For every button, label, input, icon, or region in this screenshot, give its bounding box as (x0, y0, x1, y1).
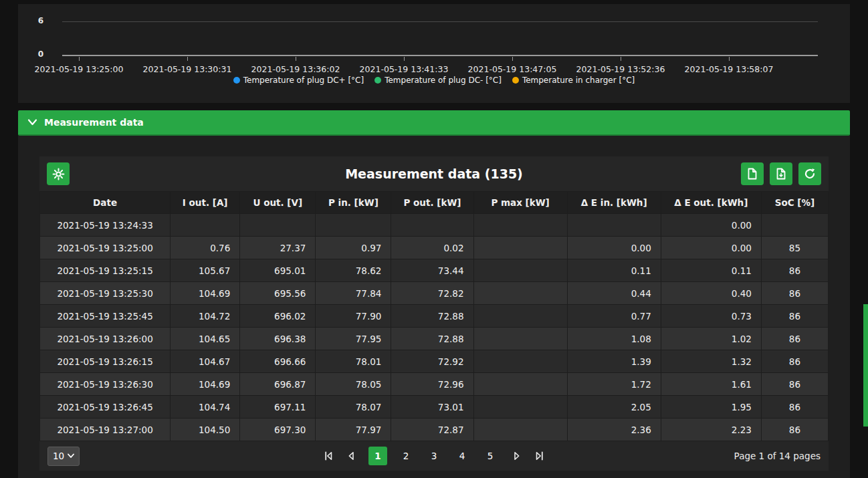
panel-footer: 10 (39, 441, 829, 471)
previous-icon (346, 451, 356, 461)
table-cell: 86 (761, 373, 828, 396)
table-cell: 77.95 (316, 328, 391, 350)
legend-label: Temperature of plug DC- [°C] (385, 76, 502, 85)
table-row[interactable]: 2021-05-19 13:26:15104.67696.6678.0172.9… (40, 350, 829, 373)
next-page-button[interactable] (508, 447, 526, 465)
legend-dot (374, 77, 381, 84)
gear-icon (52, 168, 65, 181)
table-cell (761, 214, 828, 237)
table-cell: 2021-05-19 13:26:30 (40, 373, 171, 396)
table-cell: 696.02 (240, 305, 316, 328)
table-cell: 78.05 (316, 373, 391, 396)
table-cell (473, 419, 567, 441)
table-cell: 0.76 (171, 237, 240, 259)
table-cell: 72.88 (391, 328, 473, 350)
page-button-1[interactable]: 1 (368, 447, 387, 465)
table-cell (473, 237, 567, 259)
table-row[interactable]: 2021-05-19 13:25:30104.69695.5677.8472.8… (40, 282, 829, 305)
table-cell (473, 373, 567, 396)
table-cell: 104.72 (171, 305, 240, 328)
legend-item[interactable]: Temperature of plug DC- [°C] (374, 76, 502, 85)
table-cell (473, 396, 567, 419)
table-cell (473, 350, 567, 373)
table-cell: 104.69 (171, 373, 240, 396)
last-page-button[interactable] (530, 447, 549, 465)
export-file-button[interactable] (770, 162, 792, 185)
table-cell: 2.05 (567, 396, 661, 419)
previous-page-button[interactable] (342, 447, 360, 465)
refresh-icon (804, 168, 816, 180)
skip-to-last-icon (534, 451, 545, 461)
table-row[interactable]: 2021-05-19 13:25:15105.67695.0178.6273.4… (40, 259, 829, 282)
legend-label: Temperature in charger [°C] (522, 76, 635, 85)
table-cell (316, 214, 391, 237)
table-cell: 697.11 (240, 396, 316, 419)
refresh-button[interactable] (798, 162, 821, 185)
table-cell: 27.37 (240, 237, 316, 259)
first-page-button[interactable] (319, 447, 338, 465)
export-document-button[interactable] (741, 162, 764, 185)
page-button-4[interactable]: 4 (453, 447, 471, 465)
table-cell: 1.32 (661, 350, 761, 373)
column-header[interactable]: P out. [kW] (391, 192, 473, 214)
table-cell: 104.65 (171, 328, 240, 350)
document-icon (747, 168, 758, 180)
table-cell: 0.02 (391, 237, 473, 259)
column-header[interactable]: SoC [%] (761, 192, 828, 214)
x-axis-tick-label: 2021-05-19 13:36:02 (241, 57, 350, 74)
table-row[interactable]: 2021-05-19 13:25:45104.72696.0277.9072.8… (40, 305, 829, 328)
table-cell: 104.69 (171, 282, 240, 305)
legend-item[interactable]: Temperature in charger [°C] (512, 76, 635, 85)
table-cell (567, 214, 661, 237)
table-row[interactable]: 2021-05-19 13:25:000.7627.370.970.020.00… (40, 237, 829, 259)
table-row[interactable]: 2021-05-19 13:26:30104.69696.8778.0572.9… (40, 373, 829, 396)
y-axis-tick-label: 6 (17, 16, 43, 25)
x-axis-tick-label: 2021-05-19 13:41:33 (350, 57, 458, 74)
table-cell: 78.01 (316, 350, 391, 373)
table-cell: 2021-05-19 13:24:33 (40, 214, 171, 237)
legend-dot (233, 77, 240, 84)
page-button-2[interactable]: 2 (397, 447, 415, 465)
settings-button[interactable] (47, 162, 70, 185)
table-cell: 2021-05-19 13:26:00 (40, 328, 171, 350)
table-cell: 78.07 (316, 396, 391, 419)
column-header[interactable]: Δ E in. [kWh] (567, 192, 661, 214)
table-cell: 1.95 (661, 396, 761, 419)
table-cell: 1.39 (567, 350, 661, 373)
column-header[interactable]: U out. [V] (240, 192, 316, 214)
table-row[interactable]: 2021-05-19 13:27:00104.50697.3077.9772.8… (40, 419, 829, 441)
document-export-icon (776, 168, 786, 180)
table-cell: 77.84 (316, 282, 391, 305)
table-cell (473, 214, 567, 237)
table-row[interactable]: 2021-05-19 13:26:00104.65696.3877.9572.8… (40, 328, 829, 350)
page-button-3[interactable]: 3 (425, 447, 443, 465)
table-row[interactable]: 2021-05-19 13:26:45104.74697.1178.0773.0… (40, 396, 829, 419)
table-cell: 0.00 (661, 237, 761, 259)
measurement-table: DateI out. [A]U out. [V]P in. [kW]P out.… (39, 191, 829, 441)
table-cell: 697.30 (240, 419, 316, 441)
column-header[interactable]: P max [kW] (473, 192, 567, 214)
x-axis-tick-label: 2021-05-19 13:58:07 (675, 57, 783, 74)
column-header[interactable]: Date (40, 192, 171, 214)
temperature-chart: 6 0 2021-05-19 13:25:002021-05-19 13:30:… (18, 4, 850, 103)
table-cell: 85 (761, 237, 828, 259)
table-cell (171, 214, 240, 237)
page-button-5[interactable]: 5 (481, 447, 500, 465)
measurement-data-section-header[interactable]: Measurement data (18, 110, 850, 136)
column-header[interactable]: I out. [A] (171, 192, 240, 214)
table-cell: 1.08 (567, 328, 661, 350)
table-cell: 86 (761, 419, 828, 441)
table-cell: 78.62 (316, 259, 391, 282)
column-header[interactable]: Δ E out. [kWh] (661, 192, 761, 214)
table-cell: 0.11 (661, 259, 761, 282)
table-cell: 72.92 (391, 350, 473, 373)
table-cell: 0.00 (661, 214, 761, 237)
table-row[interactable]: 2021-05-19 13:24:330.00 (40, 214, 829, 237)
table-cell: 0.97 (316, 237, 391, 259)
column-header[interactable]: P in. [kW] (316, 192, 391, 214)
table-cell (240, 214, 316, 237)
table-cell: 2021-05-19 13:26:45 (40, 396, 171, 419)
table-cell (473, 305, 567, 328)
legend-item[interactable]: Temperature of plug DC+ [°C] (233, 76, 364, 85)
table-cell: 2021-05-19 13:25:15 (40, 259, 171, 282)
